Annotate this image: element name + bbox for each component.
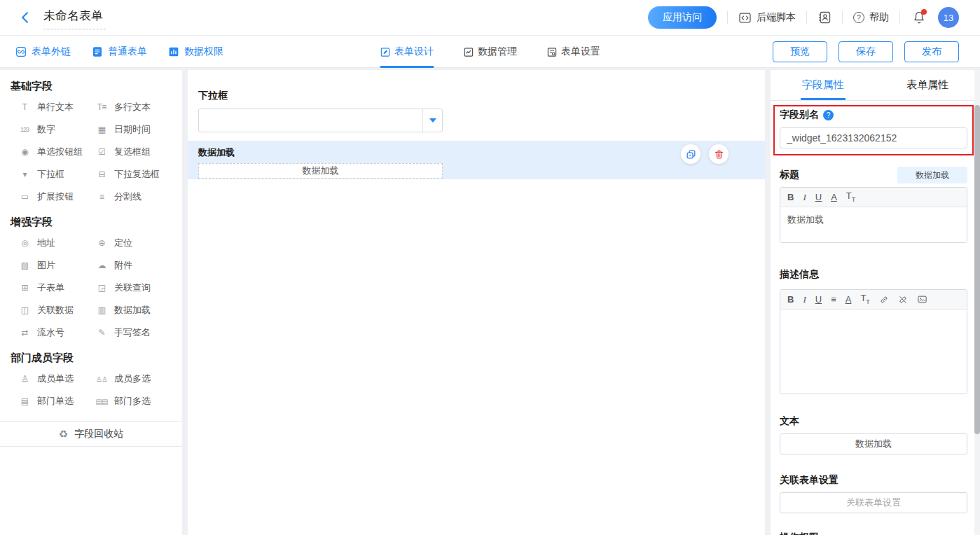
- underline-icon[interactable]: U: [815, 193, 822, 202]
- form-designer-page: 未命名表单 应用访问 后端脚本 ? 帮助: [0, 0, 980, 535]
- align-icon[interactable]: ≡: [831, 295, 836, 304]
- help-button[interactable]: ? 帮助: [853, 11, 889, 24]
- panel-scrollbar-thumb[interactable]: [974, 105, 980, 434]
- related-form-settings-button[interactable]: 关联表单设置: [780, 492, 967, 513]
- locate-icon: ⊕: [95, 238, 109, 248]
- notification-bell-icon[interactable]: [911, 9, 927, 26]
- panel-scrollbar-track[interactable]: [974, 70, 980, 535]
- form-toolbar: 表单外链 普通表单 数据权限 表单设计: [0, 36, 980, 68]
- textarea-icon: T≡: [95, 102, 109, 112]
- tab-form-design[interactable]: 表单设计: [380, 36, 434, 68]
- item-label: 定位: [114, 237, 132, 249]
- item-label: 流水号: [37, 326, 64, 339]
- item-label: 地址: [37, 237, 55, 249]
- data-management-icon: [463, 47, 474, 57]
- sidebar-item-radio-group[interactable]: ◉单选按钮组: [18, 141, 95, 163]
- sidebar-item-extend-button[interactable]: ▭扩展按钮: [18, 186, 95, 208]
- external-link-button[interactable]: 表单外链: [15, 46, 71, 58]
- tab-form-properties[interactable]: 表单属性: [876, 70, 980, 100]
- sidebar-item-member-multi[interactable]: ♙♙成员多选: [95, 368, 172, 390]
- app-access-button[interactable]: 应用访问: [648, 6, 717, 29]
- sidebar-item-number[interactable]: 123数字: [18, 118, 95, 141]
- description-editor-content[interactable]: [780, 310, 967, 394]
- sidebar-item-signature[interactable]: ✎手写签名: [95, 321, 172, 344]
- data-permission-button[interactable]: 数据权限: [168, 46, 223, 58]
- save-button[interactable]: 保存: [838, 41, 893, 62]
- sidebar-item-image[interactable]: ▧图片: [18, 254, 95, 277]
- font-size-icon[interactable]: TT: [860, 293, 869, 305]
- sidebar-item-data-load[interactable]: ▥数据加载: [95, 299, 172, 321]
- title-rich-editor: B I U A TT 数据加载: [780, 187, 967, 243]
- font-color-icon[interactable]: A: [846, 295, 852, 304]
- sidebar-item-serial-number[interactable]: ⇄流水号: [18, 321, 95, 344]
- section-title-enhanced-fields: 增强字段: [0, 216, 182, 232]
- text-data-load-button[interactable]: 数据加载: [780, 433, 967, 454]
- contacts-button[interactable]: [817, 11, 831, 25]
- sidebar-item-single-text[interactable]: T单行文本: [18, 96, 95, 118]
- sidebar-item-location[interactable]: ⊕定位: [95, 232, 172, 254]
- tab-form-settings[interactable]: 表单设置: [546, 36, 600, 68]
- back-icon[interactable]: [18, 10, 34, 25]
- title-insert-field-button[interactable]: 数据加载: [897, 167, 967, 183]
- text-icon: T: [18, 102, 32, 112]
- font-size-icon[interactable]: TT: [846, 191, 855, 203]
- serial-icon: ⇄: [18, 328, 32, 338]
- dept-icon: ▤: [18, 396, 32, 406]
- sidebar-item-member-single[interactable]: ♙成员单选: [18, 368, 95, 390]
- underline-icon[interactable]: U: [815, 295, 822, 304]
- sidebar-item-dept-multi[interactable]: ▤▤部门多选: [95, 390, 172, 412]
- form-title[interactable]: 未命名表单: [43, 6, 106, 29]
- title-editor-content[interactable]: 数据加载: [780, 207, 967, 242]
- tab-field-properties[interactable]: 字段属性: [771, 70, 876, 100]
- alias-help-icon[interactable]: ?: [823, 110, 834, 120]
- item-label: 扩展按钮: [37, 190, 74, 203]
- data-load-field-button[interactable]: 数据加载: [198, 163, 443, 179]
- checkbox-icon: ☑: [95, 147, 109, 157]
- italic-icon[interactable]: I: [803, 295, 806, 304]
- selected-field-block[interactable]: 数据加载 数据加载: [188, 141, 765, 179]
- font-color-icon[interactable]: A: [831, 193, 837, 202]
- item-label: 分割线: [114, 190, 142, 203]
- dropdown-arrow-cell[interactable]: [422, 109, 442, 132]
- user-avatar[interactable]: 13: [938, 7, 959, 28]
- backend-script-button[interactable]: 后端脚本: [738, 11, 796, 25]
- user-icon: ♙: [18, 374, 32, 384]
- italic-icon[interactable]: I: [803, 193, 806, 202]
- sidebar-item-checkbox-group[interactable]: ☑复选框组: [95, 141, 172, 163]
- preview-button[interactable]: 预览: [773, 41, 827, 62]
- external-link-icon: [15, 46, 27, 57]
- sidebar-item-multi-text[interactable]: T≡多行文本: [95, 96, 172, 118]
- sidebar-item-divider-line[interactable]: ≡分割线: [95, 186, 172, 208]
- sidebar-item-address[interactable]: ◎地址: [18, 232, 95, 254]
- link-icon[interactable]: [879, 295, 889, 305]
- copy-field-button[interactable]: [681, 144, 701, 164]
- item-label: 多行文本: [114, 101, 151, 113]
- sidebar-item-related-query[interactable]: ◲关联查询: [95, 277, 172, 299]
- recycle-icon: ♻: [59, 428, 68, 440]
- sidebar-item-dropdown[interactable]: ▾下拉框: [18, 163, 95, 186]
- field-recycle-bin-button[interactable]: ♻ 字段回收站: [0, 421, 182, 447]
- plain-form-button[interactable]: 普通表单: [92, 46, 147, 58]
- item-label: 部门单选: [37, 395, 74, 408]
- delete-field-button[interactable]: [709, 144, 729, 164]
- sidebar-item-subform[interactable]: ⊞子表单: [18, 277, 95, 299]
- publish-button[interactable]: 发布: [904, 41, 959, 62]
- tab-data-management[interactable]: 数据管理: [463, 36, 517, 68]
- field-alias-input[interactable]: [780, 127, 967, 148]
- sidebar-item-dept-single[interactable]: ▤部门单选: [18, 390, 95, 412]
- sidebar-item-datetime[interactable]: ▦日期时间: [95, 118, 172, 141]
- bold-icon[interactable]: B: [787, 193, 794, 202]
- sidebar-item-attachment[interactable]: ☁附件: [95, 254, 172, 277]
- bold-icon[interactable]: B: [787, 295, 794, 304]
- dropdown-field-input[interactable]: [198, 109, 443, 132]
- field-library-sidebar: 基础字段 T单行文本 T≡多行文本 123数字 ▦日期时间 ◉单选按钮组 ☑复选…: [0, 70, 182, 535]
- insert-image-icon[interactable]: [917, 294, 927, 305]
- sidebar-item-dropdown-multi[interactable]: ⊟下拉复选框: [95, 163, 172, 186]
- unlink-icon[interactable]: [898, 295, 908, 305]
- item-label: 关联查询: [114, 282, 151, 294]
- field-alias-label: 字段别名: [780, 109, 819, 121]
- sidebar-item-related-data[interactable]: ◫关联数据: [18, 299, 95, 321]
- item-label: 部门多选: [114, 395, 151, 408]
- number-icon: 123: [18, 126, 32, 133]
- address-book-icon: [817, 11, 831, 25]
